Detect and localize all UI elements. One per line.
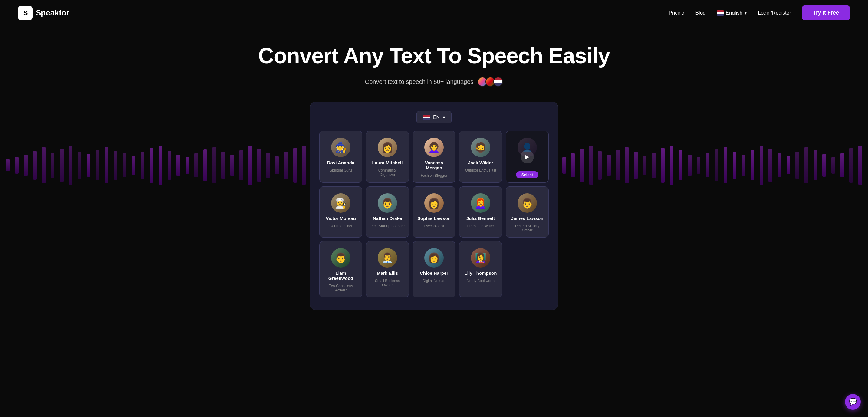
avatar-face: 👨: [381, 197, 394, 209]
voice-card-11[interactable]: 👨 Liam Greenwood Eco-Conscious Activist: [319, 241, 362, 297]
voice-avatar-12: 👨‍💼: [378, 248, 397, 267]
avatar-face: 👩‍🏫: [474, 252, 487, 264]
voice-role-7: Tech Startup Founder: [370, 224, 405, 228]
voice-name-12: Mark Ellis: [377, 270, 398, 276]
voice-name-14: Lily Thompson: [465, 270, 497, 276]
logo-box: S: [18, 6, 33, 20]
voice-name-8: Sophie Lawson: [417, 216, 451, 221]
voice-role-11: Eco-Conscious Activist: [323, 284, 358, 292]
voice-role-14: Nerdy Bookworm: [467, 279, 495, 283]
voice-avatar-7: 👨: [378, 193, 397, 213]
voice-avatar-4: 🧔: [471, 138, 490, 157]
voice-card-10[interactable]: 👨 James Lawson Retired Military Officer: [506, 186, 549, 237]
voice-role-13: Digital Nomad: [423, 279, 445, 283]
voice-name-1: Ravi Ananda: [327, 160, 354, 165]
language-label: English: [726, 10, 743, 16]
avatar-face: 👩: [381, 141, 394, 153]
avatar-face: 👨‍💼: [381, 252, 394, 264]
voice-avatar-2: 👩: [378, 138, 397, 157]
lang-flag-icon: [423, 115, 430, 120]
flag-emojis: [477, 77, 503, 87]
try-free-button[interactable]: Try It Free: [802, 5, 850, 20]
voice-card-1[interactable]: 🧙 Ravi Ananda Spiritual Guru: [319, 131, 362, 183]
nav-links: Pricing Blog English ▾ Login/Register Tr…: [669, 5, 850, 20]
voice-grid: 🧙 Ravi Ananda Spiritual Guru 👩 Laura Mit…: [319, 131, 549, 297]
flag-emoji-3: [493, 77, 503, 87]
voice-name-2: Laura Mitchell: [372, 160, 403, 165]
chat-support-button[interactable]: 💬: [845, 394, 861, 410]
logo[interactable]: S Speaktor: [18, 6, 69, 20]
waveform-container: EN ▾ 🧙 Ravi Ananda Spiritual Guru 👩 Laur…: [6, 102, 862, 310]
voice-card-6[interactable]: 👨‍🍳 Victor Moreau Gourmet Chef: [319, 186, 362, 237]
language-selector[interactable]: English ▾: [717, 10, 747, 16]
voice-name-6: Victor Moreau: [326, 216, 356, 221]
us-flag-icon: [717, 10, 724, 16]
nav-pricing[interactable]: Pricing: [669, 10, 685, 16]
play-button: ▶: [521, 150, 534, 163]
voice-card-13[interactable]: 👩 Chloe Harper Digital Nomad: [412, 241, 456, 297]
voice-card-5[interactable]: 👤 ▶ Select: [506, 131, 549, 183]
select-badge: Select: [516, 171, 538, 178]
nav-blog[interactable]: Blog: [695, 10, 706, 16]
voice-name-7: Nathan Drake: [373, 216, 402, 221]
avatar-face: 🧔: [474, 141, 487, 153]
avatar-face: 👩: [428, 252, 440, 264]
avatar-face: 👨: [335, 252, 347, 264]
voice-name-3: Vanessa Morgan: [416, 160, 452, 170]
voice-card-8[interactable]: 👩 Sophie Lawson Psychologist: [412, 186, 456, 237]
voice-role-1: Spiritual Guru: [330, 168, 352, 172]
voice-name-11: Liam Greenwood: [323, 270, 358, 281]
logo-text: Speaktor: [36, 8, 69, 18]
voice-avatar-11: 👨: [331, 248, 350, 267]
voice-name-4: Jack Wilder: [468, 160, 493, 165]
chat-icon: 💬: [849, 398, 857, 406]
logo-prefix: S: [36, 8, 41, 17]
voice-role-4: Outdoor Enthusiast: [465, 168, 496, 172]
voice-role-6: Gourmet Chef: [329, 224, 352, 228]
hero-title: Convert Any Text To Speech Easily: [6, 44, 862, 68]
logo-letter: S: [23, 9, 28, 17]
voice-name-10: James Lawson: [511, 216, 544, 221]
avatar-face: 👩‍🦰: [474, 197, 487, 209]
voice-name-13: Chloe Harper: [420, 270, 448, 276]
lang-code-label: EN: [433, 115, 440, 120]
voice-card-3[interactable]: 👩‍🦱 Vanessa Morgan Fashion Blogger: [412, 131, 456, 183]
voice-role-3: Fashion Blogger: [421, 173, 447, 178]
lang-dropdown-button[interactable]: EN ▾: [416, 111, 452, 124]
voice-role-2: Community Organizer: [370, 168, 405, 177]
voice-card-7[interactable]: 👨 Nathan Drake Tech Startup Founder: [366, 186, 409, 237]
voice-avatar-10: 👨: [518, 193, 537, 213]
avatar-face: 👩‍🦱: [428, 141, 440, 153]
navbar: S Speaktor Pricing Blog English ▾ Login/…: [0, 0, 868, 26]
hero-section: Convert Any Text To Speech Easily Conver…: [0, 26, 868, 310]
lang-chevron-icon: ▾: [443, 115, 445, 120]
avatar-face: 👨: [521, 197, 533, 209]
voice-avatar-13: 👩: [424, 248, 444, 267]
voice-avatar-3: 👩‍🦱: [424, 138, 444, 157]
hero-subtitle: Convert text to speech in 50+ languages: [6, 77, 862, 87]
avatar-face: 👨‍🍳: [335, 197, 347, 209]
voice-card-14[interactable]: 👩‍🏫 Lily Thompson Nerdy Bookworm: [459, 241, 502, 297]
voice-role-10: Retired Military Officer: [510, 224, 545, 232]
voice-card-4[interactable]: 🧔 Jack Wilder Outdoor Enthusiast: [459, 131, 502, 183]
voice-avatar-1: 🧙: [331, 138, 350, 157]
voice-avatar-14: 👩‍🏫: [471, 248, 490, 267]
voice-card-9[interactable]: 👩‍🦰 Julia Bennett Freelance Writer: [459, 186, 502, 237]
voice-card-2[interactable]: 👩 Laura Mitchell Community Organizer: [366, 131, 409, 183]
voice-name-9: Julia Bennett: [466, 216, 495, 221]
chevron-down-icon: ▾: [744, 10, 747, 16]
voice-avatar-9: 👩‍🦰: [471, 193, 490, 213]
avatar-face: 🧙: [335, 141, 347, 153]
app-window: EN ▾ 🧙 Ravi Ananda Spiritual Guru 👩 Laur…: [310, 102, 558, 310]
voice-card-12[interactable]: 👨‍💼 Mark Ellis Small Business Owner: [366, 241, 409, 297]
voice-role-12: Small Business Owner: [370, 279, 405, 287]
avatar-face: 👩: [428, 197, 440, 209]
lang-dropdown: EN ▾: [319, 111, 549, 124]
voice-avatar-8: 👩: [424, 193, 444, 213]
voice-role-8: Psychologist: [424, 224, 444, 228]
login-register-link[interactable]: Login/Register: [758, 10, 791, 16]
voice-avatar-6: 👨‍🍳: [331, 193, 350, 213]
voice-role-9: Freelance Writer: [467, 224, 494, 228]
